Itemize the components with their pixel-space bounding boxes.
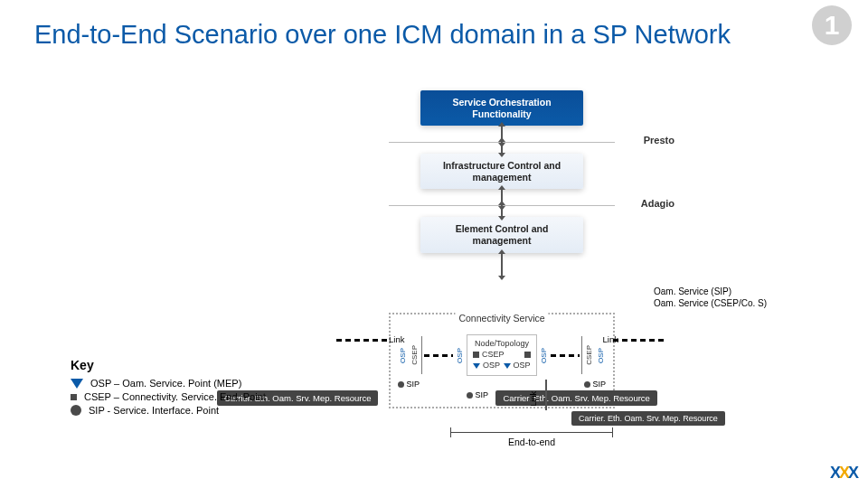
box-element-control: Element Control and management <box>420 217 583 252</box>
tick-osp: OSP <box>398 347 408 364</box>
node-title: Node/Topology <box>473 339 530 348</box>
ext-link-left <box>336 339 391 342</box>
tick-osp: OSP <box>455 347 465 364</box>
end-to-end-label: End-to-end <box>508 436 555 447</box>
key-title: Key <box>71 358 324 372</box>
link-line <box>551 354 580 357</box>
tick-csep: CSEP <box>584 344 594 366</box>
connector-arrow <box>501 253 503 277</box>
link-line <box>424 354 453 357</box>
oam-sip-label: Oam. Service (SIP) <box>654 286 767 297</box>
architecture-stack: Service Orchestration Functionality Pres… <box>389 90 615 277</box>
ext-link-right <box>613 339 667 342</box>
sip-text: SIP <box>592 380 606 389</box>
osp-text: OSP <box>483 361 500 370</box>
key-sip-text: SIP - Service. Interface. Point <box>89 405 219 416</box>
link-label-left: Link <box>389 334 404 344</box>
csep-icon <box>473 352 479 358</box>
layer-label: Presto <box>644 135 675 145</box>
end-to-end-bracket: End-to-end <box>450 432 613 447</box>
slide-number-badge: 1 <box>812 5 852 45</box>
carrier-resource-b: Carrier. Eth. Oam. Srv. Mep. Resource <box>495 390 656 406</box>
sip-icon <box>584 381 590 388</box>
tick-csep: CSEP <box>410 344 420 366</box>
box-infrastructure-control: Infrastructure Control and management <box>420 154 583 189</box>
key-sip-icon <box>71 405 81 416</box>
legend-key: Key OSP – Oam. Service. Point (MEP) CSEP… <box>71 358 324 418</box>
sip-text: SIP <box>407 380 420 389</box>
vbar-icon <box>421 336 422 374</box>
key-csep-text: CSEP – Connectivity. Service. End. Point <box>84 391 266 402</box>
box-service-orchestration: Service Orchestration Functionality <box>420 90 583 126</box>
key-osp-icon <box>71 379 83 389</box>
osp-text: OSP <box>514 361 531 370</box>
tick-osp: OSP <box>539 347 549 364</box>
connectivity-service-title: Connectivity Service <box>455 313 548 324</box>
page-title: End-to-End Scenario over one ICM domain … <box>34 20 731 50</box>
osp-icon <box>504 363 511 369</box>
connector-arrow <box>501 204 503 217</box>
brand-logo: XXX <box>830 464 857 483</box>
sip-icon <box>398 381 404 388</box>
carrier-link-line <box>545 380 547 410</box>
osp-icon <box>473 363 480 369</box>
key-osp-text: OSP – Oam. Service. Point (MEP) <box>90 378 241 389</box>
node-topology-box: Node/Topology CSEP OSP OSP <box>467 334 536 376</box>
carrier-resource-c: Carrier. Eth. Oam. Srv. Mep. Resource <box>571 411 725 426</box>
carrier-link-label: Link <box>529 391 538 407</box>
key-csep-icon <box>71 394 77 400</box>
oam-service-labels: Oam. Service (SIP) Oam. Service (CSEP/Co… <box>654 286 767 309</box>
csep-text: CSEP <box>482 350 505 359</box>
connector-arrow <box>501 141 503 154</box>
layer-label: Adagio <box>641 198 675 209</box>
csep-icon <box>524 352 531 358</box>
vbar-icon <box>581 336 582 374</box>
oam-csep-label: Oam. Service (CSEP/Co. S) <box>654 297 767 309</box>
tick-osp: OSP <box>596 347 606 364</box>
